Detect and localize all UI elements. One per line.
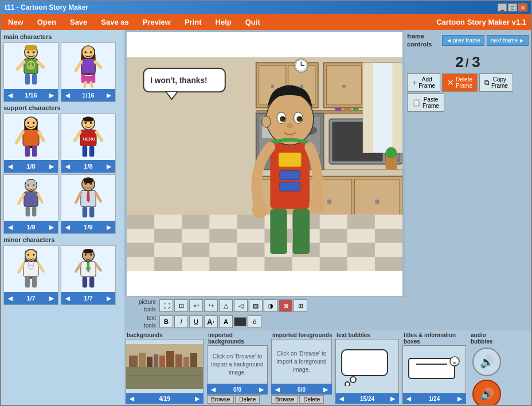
bg-browse-button[interactable]: Browse (207, 395, 234, 404)
svg-text:I won't, thanks!: I won't, thanks! (150, 76, 207, 85)
char-support2-nav: ◄ 1/8 ► (61, 160, 115, 173)
char-support2-next[interactable]: ► (105, 162, 113, 171)
ifg-prev-arrow[interactable]: ◄ (273, 385, 281, 394)
menu-save[interactable]: Save (68, 17, 89, 28)
delete-icon: ✕ (447, 78, 454, 87)
char-support3[interactable]: ◄ 1/9 ► (3, 174, 58, 234)
ibg-prev-arrow[interactable]: ◄ (209, 385, 217, 394)
svg-rect-146 (280, 182, 300, 191)
next-frame-button[interactable]: next frame ► (487, 35, 529, 46)
char-support4[interactable]: ◄ 1/9 ► (61, 174, 116, 234)
add-frame-button[interactable]: + Add Frame (407, 73, 440, 92)
menu-help[interactable]: Help (213, 17, 234, 28)
tool-shrink[interactable]: ⊡ (174, 299, 188, 312)
char-main1-prev[interactable]: ◄ (6, 91, 14, 100)
svg-rect-142 (375, 257, 402, 271)
svg-point-68 (85, 253, 87, 255)
audio-btn-2[interactable]: 🔊 (472, 380, 501, 405)
char-main2-svg (68, 45, 108, 88)
char-main1[interactable]: ◄ 1/16 ► (3, 42, 58, 102)
svg-line-54 (96, 193, 100, 201)
minor-chars-row: ◄ 1/7 ► (3, 245, 122, 305)
menu-open[interactable]: Open (35, 17, 58, 28)
char-minor2-prev[interactable]: ◄ (64, 294, 72, 303)
tool-bold[interactable]: B (159, 315, 173, 328)
char-minor2[interactable]: ◄ 1/7 ► (61, 245, 116, 305)
char-main2-next[interactable]: ► (105, 91, 113, 100)
menu-new[interactable]: New (6, 17, 26, 28)
ti-prev-arrow[interactable]: ◄ (405, 394, 413, 403)
maximize-button[interactable]: □ (508, 3, 517, 11)
tool-contrast[interactable]: ◑ (264, 299, 277, 312)
svg-point-59 (28, 253, 29, 255)
char-support2-prev[interactable]: ◄ (64, 162, 72, 171)
char-support3-prev[interactable]: ◄ (6, 222, 14, 232)
tool-triangle[interactable]: △ (219, 299, 233, 312)
tool-redo[interactable]: ↪ (204, 299, 218, 312)
audio-btn-1[interactable]: 🔊 (472, 348, 501, 376)
tool-color-box[interactable] (234, 317, 247, 326)
char-main1-next[interactable]: ► (48, 91, 56, 100)
svg-rect-145 (280, 171, 300, 180)
tb-prev-arrow[interactable]: ◄ (338, 394, 346, 403)
tool-undo[interactable]: ↩ (189, 299, 203, 312)
tool-shade[interactable]: ▨ (249, 299, 263, 312)
tool-underline[interactable]: U (189, 315, 203, 328)
tool-italic[interactable]: I (174, 315, 188, 328)
char-support2[interactable]: HERO ◄ 1/8 ► (61, 114, 116, 173)
char-main2-count: 1/16 (82, 92, 94, 99)
svg-line-73 (76, 264, 80, 271)
menu-save-as[interactable]: Save as (99, 17, 131, 28)
bg-count: 4/19 (159, 396, 170, 402)
char-support1-next[interactable]: ► (48, 162, 56, 171)
delete-frame-button[interactable]: ✕ Delete Frame (442, 73, 478, 92)
fg-delete-button[interactable]: Delete (299, 395, 324, 404)
menu-print[interactable]: Print (182, 17, 204, 28)
char-minor1-next[interactable]: ► (48, 294, 56, 303)
char-minor1[interactable]: ◄ 1/7 ► (3, 245, 58, 305)
main-chars-label: main characters (3, 32, 122, 41)
fg-browse-button[interactable]: Browse (271, 395, 298, 404)
svg-rect-172 (166, 351, 174, 367)
svg-point-178 (350, 377, 356, 382)
char-support4-next[interactable]: ► (105, 222, 113, 232)
tool-special-char[interactable]: è (248, 315, 261, 328)
minimize-button[interactable]: _ (498, 3, 507, 11)
char-minor1-prev[interactable]: ◄ (6, 294, 14, 303)
support-chars-label: support characters (3, 103, 122, 112)
copy-frame-button[interactable]: ⧉ Copy Frame (479, 73, 513, 92)
ibg-next-arrow[interactable]: ► (257, 385, 265, 394)
close-button[interactable]: ✕ (518, 3, 527, 11)
tool-expand[interactable]: ⛶ (159, 299, 173, 312)
char-support1-prev[interactable]: ◄ (6, 162, 14, 171)
titles-label: titles & information boxes (402, 331, 468, 345)
support-chars-row1: ◄ 1/8 ► HE (3, 114, 122, 173)
svg-rect-43 (24, 192, 38, 206)
char-support1[interactable]: ◄ 1/8 ► (3, 114, 58, 173)
bg-next-arrow[interactable]: ► (193, 394, 201, 403)
svg-point-154 (299, 117, 302, 119)
tool-grow[interactable]: A+ (204, 315, 218, 328)
svg-rect-76 (89, 276, 94, 287)
tb-next-arrow[interactable]: ► (389, 394, 397, 403)
prev-frame-button[interactable]: ◄ prev frame (442, 35, 484, 46)
bg-delete-button[interactable]: Delete (235, 395, 260, 404)
svg-rect-123 (127, 214, 154, 229)
char-support4-prev[interactable]: ◄ (64, 222, 72, 232)
char-minor2-next[interactable]: ► (105, 294, 113, 303)
menu-preview[interactable]: Preview (140, 17, 173, 28)
paste-frame-button[interactable]: 📋 Paste Frame (407, 93, 444, 112)
ifg-next-arrow[interactable]: ► (322, 385, 330, 394)
char-main2-prev[interactable]: ◄ (64, 91, 72, 100)
tool-mirror[interactable]: ◁ (234, 299, 248, 312)
tool-delete-pic[interactable]: ⊠ (279, 299, 292, 312)
svg-point-3 (33, 51, 35, 53)
menu-quit[interactable]: Quit (243, 17, 263, 28)
ibg-count: 0/0 (233, 387, 241, 393)
char-main2[interactable]: ◄ 1/16 ► (61, 42, 116, 102)
ti-next-arrow[interactable]: ► (456, 394, 464, 403)
char-support3-next[interactable]: ► (48, 222, 56, 232)
tool-shrink-text[interactable]: A (219, 315, 233, 328)
bg-prev-arrow[interactable]: ◄ (128, 394, 136, 403)
tool-move[interactable]: ⊞ (294, 299, 307, 312)
